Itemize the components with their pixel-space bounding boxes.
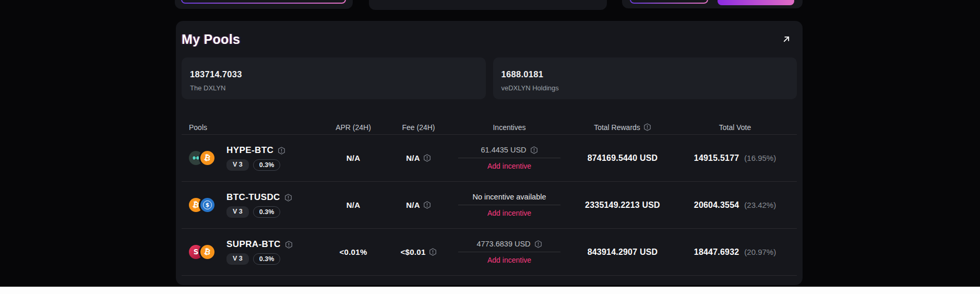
column-header-total-rewards: Total Rewards xyxy=(572,123,673,132)
fee-tier-badge: 0.3% xyxy=(253,253,281,265)
gradient-filled-button[interactable] xyxy=(718,0,794,5)
table-row[interactable]: ₿ HYPE-BTC V 3 0.3% N/A xyxy=(182,135,797,182)
total-vote-percent: (16.95%) xyxy=(744,154,776,162)
info-icon[interactable] xyxy=(423,201,431,209)
top-card-left xyxy=(175,0,353,9)
bottom-white-strip xyxy=(0,287,980,294)
pools-table: Pools APR (24H) Fee (24H) Incentives Tot… xyxy=(182,120,797,276)
version-badge: V 3 xyxy=(226,253,249,265)
supra-glyph: S xyxy=(194,249,199,256)
info-icon[interactable] xyxy=(429,248,437,256)
total-rewards-value: 2335149.2213 USD xyxy=(585,201,660,210)
stat-box-dxlyn: 183714.7033 The DXLYN xyxy=(182,57,486,99)
incentive-value: 4773.6839 USD xyxy=(476,240,530,248)
total-vote-value: 14915.5177 xyxy=(694,154,739,163)
top-card-right xyxy=(622,0,803,8)
stat-value: 1688.0181 xyxy=(501,69,789,79)
page-title: My Pools xyxy=(182,32,240,47)
stat-label: veDXLYN Holdings xyxy=(501,84,789,92)
btc-token-icon: ₿ xyxy=(199,243,216,261)
incentive-divider xyxy=(458,205,560,205)
add-incentive-link[interactable]: Add incentive xyxy=(487,162,531,170)
token-icon-pair: ₿ xyxy=(189,149,216,167)
expand-arrow-icon[interactable] xyxy=(782,34,791,44)
column-header-total-vote: Total Vote xyxy=(673,123,797,132)
column-header-label: Total Rewards xyxy=(594,123,640,132)
tusdc-token-icon: $ xyxy=(199,196,216,214)
btc-glyph: ₿ xyxy=(204,248,211,256)
total-vote-percent: (23.42%) xyxy=(744,201,776,209)
btc-glyph: ₿ xyxy=(204,154,211,162)
add-incentive-link[interactable]: Add incentive xyxy=(487,209,531,217)
fee-value: N/A xyxy=(406,201,420,209)
pool-info: BTC-TUSDC V 3 0.3% xyxy=(226,192,292,218)
incentive-divider xyxy=(458,158,560,158)
incentive-divider xyxy=(458,252,560,252)
btc-token-icon: ₿ xyxy=(199,149,216,167)
column-header-pools: Pools xyxy=(182,123,316,132)
incentive-value: No incentive available xyxy=(472,193,546,201)
total-rewards-value: 843914.2907 USD xyxy=(588,248,658,257)
table-row[interactable]: S ₿ SUPRA-BTC V 3 0.3% xyxy=(182,229,797,276)
apr-value: N/A xyxy=(346,201,361,209)
version-badge: V 3 xyxy=(226,206,249,218)
pool-name: HYPE-BTC xyxy=(226,145,273,156)
stat-value: 183714.7033 xyxy=(190,69,477,79)
total-vote-value: 20604.3554 xyxy=(694,201,739,210)
info-icon[interactable] xyxy=(278,147,285,155)
incentives-cell: 61.4435 USD Add incentive xyxy=(447,146,572,170)
pool-cell: S ₿ SUPRA-BTC V 3 0.3% xyxy=(182,239,316,265)
pool-name: SUPRA-BTC xyxy=(226,239,281,250)
pool-info: HYPE-BTC V 3 0.3% xyxy=(226,145,285,171)
info-icon[interactable] xyxy=(534,240,542,248)
gradient-outline-button[interactable] xyxy=(181,0,346,4)
btc-glyph: ₿ xyxy=(192,201,200,209)
info-icon[interactable] xyxy=(423,154,431,162)
pool-cell: ₿ HYPE-BTC V 3 0.3% xyxy=(182,145,316,171)
pool-name: BTC-TUSDC xyxy=(226,192,280,203)
incentive-value: 61.4435 USD xyxy=(481,146,526,154)
apr-value: N/A xyxy=(346,154,361,162)
fee-value: N/A xyxy=(406,154,420,162)
incentives-cell: No incentive available Add incentive xyxy=(447,193,572,217)
table-row[interactable]: ₿ $ BTC-TUSDC V 3 0.3% xyxy=(182,182,797,229)
stat-label: The DXLYN xyxy=(190,84,477,92)
info-icon[interactable] xyxy=(530,146,538,154)
column-header-incentives: Incentives xyxy=(447,123,572,132)
total-vote-percent: (20.97%) xyxy=(744,248,776,256)
column-header-apr: APR (24H) xyxy=(316,123,390,132)
total-rewards-value: 874169.5440 USD xyxy=(588,154,658,163)
info-icon[interactable] xyxy=(643,123,651,131)
column-header-fee: Fee (24H) xyxy=(390,123,447,132)
table-header-row: Pools APR (24H) Fee (24H) Incentives Tot… xyxy=(182,120,797,135)
stats-row: 183714.7033 The DXLYN 1688.0181 veDXLYN … xyxy=(182,57,797,99)
token-icon-pair: S ₿ xyxy=(189,243,216,261)
pool-cell: ₿ $ BTC-TUSDC V 3 0.3% xyxy=(182,192,316,218)
version-badge: V 3 xyxy=(226,159,249,171)
info-icon[interactable] xyxy=(284,194,292,202)
fee-tier-badge: 0.3% xyxy=(253,159,281,171)
pool-info: SUPRA-BTC V 3 0.3% xyxy=(226,239,293,265)
incentives-cell: 4773.6839 USD Add incentive xyxy=(447,240,572,264)
stat-box-vedxlyn: 1688.0181 veDXLYN Holdings xyxy=(493,57,797,99)
fee-value: <$0.01 xyxy=(400,248,425,256)
total-vote-value: 18447.6932 xyxy=(694,248,739,257)
gradient-outline-button[interactable] xyxy=(630,0,708,4)
tusdc-glyph: $ xyxy=(206,202,209,208)
top-card-middle xyxy=(369,0,607,10)
add-incentive-link[interactable]: Add incentive xyxy=(487,256,531,264)
apr-value: <0.01% xyxy=(339,248,367,256)
token-icon-pair: ₿ $ xyxy=(189,196,216,214)
my-pools-card: My Pools 183714.7033 The DXLYN 1688.0181… xyxy=(176,21,803,285)
fee-tier-badge: 0.3% xyxy=(253,206,281,218)
info-icon[interactable] xyxy=(285,241,293,249)
